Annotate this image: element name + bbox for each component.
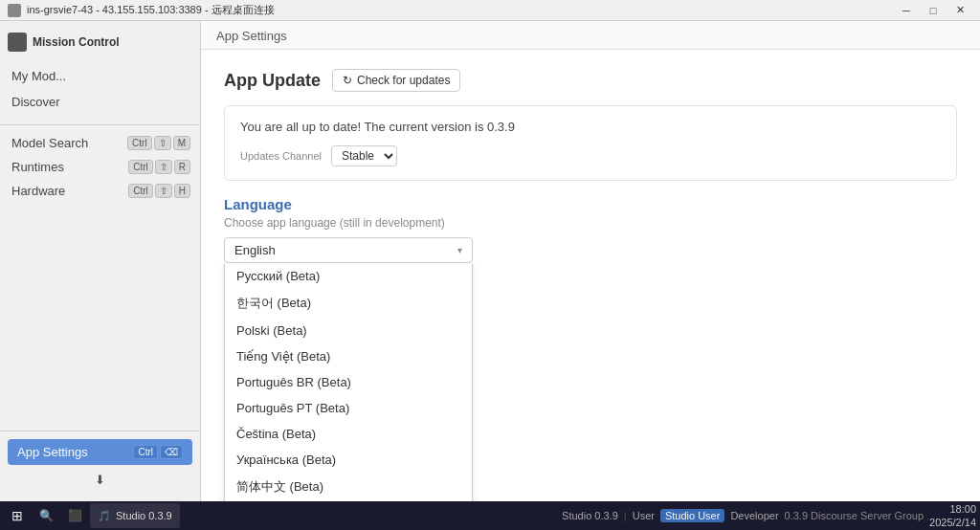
status-separator: |: [624, 510, 627, 521]
app-settings-label: App Settings: [17, 445, 88, 459]
sidebar-app-title: Mission Control: [33, 35, 120, 49]
app-window: Mission Control My Mod... Discover Model…: [0, 21, 980, 501]
language-dropdown-wrapper: English ▾ Русский (Beta) 한국어 (Beta) Pols…: [224, 237, 473, 263]
shortcut-runtimes[interactable]: Runtimes Ctrl ⇧ R: [0, 155, 200, 179]
shortcut-model-search[interactable]: Model Search Ctrl ⇧ M: [0, 131, 200, 155]
shortcut-model-search-keys: Ctrl ⇧ M: [127, 136, 190, 150]
shortcut-runtimes-keys: Ctrl ⇧ R: [128, 160, 190, 174]
lang-option-4[interactable]: Português BR (Beta): [225, 369, 472, 395]
shortcut-hardware-keys: Ctrl ⇧ H: [128, 184, 190, 198]
app-update-title: App Update: [224, 71, 321, 91]
lang-option-7[interactable]: Українська (Beta): [225, 447, 472, 473]
window-controls: ─ □ ✕: [894, 2, 972, 19]
channel-select[interactable]: Stable Beta: [331, 145, 397, 166]
sidebar-item-my-models-label: My Mod...: [11, 69, 66, 83]
language-selected-value: English: [234, 243, 276, 257]
updates-channel-label: Updates Channel: [240, 150, 322, 162]
refresh-icon: ↻: [343, 74, 352, 87]
minimize-button[interactable]: ─: [894, 2, 919, 19]
status-server: 0.3.9 Discourse Server Group: [785, 510, 924, 521]
close-button[interactable]: ✕: [947, 2, 972, 19]
task-view-button[interactable]: ⬛: [61, 503, 88, 528]
maximize-button[interactable]: □: [921, 2, 946, 19]
status-user: User: [633, 510, 655, 521]
kbd-h: H: [174, 184, 190, 198]
taskbar-right: Studio 0.3.9 | User Studio User Develope…: [562, 502, 976, 530]
lang-option-1[interactable]: 한국어 (Beta): [225, 289, 472, 318]
language-subtitle: Choose app language (still in developmen…: [224, 216, 957, 230]
taskbar-app-icon: 🎵: [98, 510, 111, 522]
sidebar-item-discover-label: Discover: [11, 95, 60, 109]
sidebar-nav: My Mod... Discover: [0, 59, 200, 119]
shortcut-hardware-label: Hardware: [11, 184, 65, 198]
lang-option-6[interactable]: Čeština (Beta): [225, 421, 472, 447]
lang-option-8[interactable]: 简体中文 (Beta): [225, 473, 472, 501]
content-header: App Settings: [201, 21, 980, 50]
shortcut-hardware[interactable]: Hardware Ctrl ⇧ H: [0, 179, 200, 203]
shortcut-model-search-label: Model Search: [11, 136, 88, 150]
kbd-m: M: [173, 136, 190, 150]
updates-channel-row: Updates Channel Stable Beta: [240, 145, 941, 166]
kbd-shift: ⇧: [155, 160, 172, 174]
content-header-title: App Settings: [216, 29, 287, 43]
sidebar-footer: ⬇: [8, 465, 192, 494]
user-badge: Studio User: [660, 509, 724, 522]
shortcut-runtimes-label: Runtimes: [11, 160, 64, 174]
title-bar: ins-grsvie7-43 - 43.155.155.103:3389 - 远…: [0, 0, 980, 21]
update-status-box: You are all up to date! The current vers…: [224, 105, 957, 181]
update-status-text: You are all up to date! The current vers…: [240, 120, 941, 134]
clock: 18:00 2025/2/14: [929, 502, 976, 530]
lang-option-5[interactable]: Português PT (Beta): [225, 395, 472, 421]
title-bar-title: ins-grsvie7-43 - 43.155.155.103:3389 - 远…: [27, 3, 275, 17]
kbd-shift: ⇧: [154, 136, 171, 150]
sidebar-bottom: App Settings Ctrl ⌫ ⬇: [0, 431, 200, 501]
kbd-ctrl: Ctrl: [128, 160, 153, 174]
kbd-r: R: [174, 160, 190, 174]
taskbar-app-studio[interactable]: 🎵 Studio 0.3.9: [90, 503, 180, 528]
lang-option-2[interactable]: Polski (Beta): [225, 318, 472, 343]
check-updates-label: Check for updates: [357, 74, 450, 87]
search-button[interactable]: 🔍: [33, 503, 59, 528]
app-update-header-row: App Update ↻ Check for updates: [224, 69, 957, 92]
app-settings-button[interactable]: App Settings Ctrl ⌫: [8, 439, 192, 465]
taskbar: ⊞ 🔍 ⬛ 🎵 Studio 0.3.9 Studio 0.3.9 | User…: [0, 501, 980, 530]
clock-date: 2025/2/14: [929, 516, 976, 529]
lang-option-0[interactable]: Русский (Beta): [225, 263, 472, 289]
kbd-ctrl: Ctrl: [127, 136, 152, 150]
language-dropdown-selected[interactable]: English ▾: [224, 237, 473, 263]
chevron-down-icon: ▾: [457, 245, 462, 255]
main-content: App Settings App Update ↻ Check for upda…: [201, 21, 980, 501]
kbd-shift: ⇧: [155, 184, 172, 198]
clock-time: 18:00: [929, 502, 976, 516]
kbd-backspace: ⌫: [160, 445, 183, 459]
language-title: Language: [224, 196, 957, 212]
taskbar-left: ⊞ 🔍 ⬛ 🎵 Studio 0.3.9: [4, 503, 180, 528]
sidebar-item-my-models[interactable]: My Mod...: [0, 63, 200, 89]
title-bar-info: ins-grsvie7-43 - 43.155.155.103:3389 - 远…: [8, 3, 275, 17]
kbd-ctrl-settings: Ctrl: [133, 445, 158, 459]
title-bar-app-icon: [8, 4, 21, 17]
taskbar-app-label: Studio 0.3.9: [116, 510, 172, 521]
dev-label: Developer: [730, 510, 778, 521]
kbd-ctrl: Ctrl: [128, 184, 153, 198]
settings-shortcut-keys: Ctrl ⌫: [133, 445, 183, 459]
status-version: Studio 0.3.9: [562, 510, 618, 521]
check-updates-button[interactable]: ↻ Check for updates: [332, 69, 460, 92]
sidebar-item-discover[interactable]: Discover: [0, 89, 200, 115]
content-body: App Update ↻ Check for updates You are a…: [201, 50, 980, 501]
language-dropdown-menu[interactable]: Русский (Beta) 한국어 (Beta) Polski (Beta) …: [224, 263, 473, 501]
app-icon: [8, 33, 27, 52]
sidebar-divider: [0, 124, 200, 125]
start-button[interactable]: ⊞: [4, 503, 31, 528]
sidebar-header: Mission Control: [0, 29, 200, 59]
sidebar: Mission Control My Mod... Discover Model…: [0, 21, 201, 501]
lang-option-3[interactable]: Tiếng Việt (Beta): [225, 343, 472, 369]
language-section: Language Choose app language (still in d…: [224, 196, 957, 263]
download-icon[interactable]: ⬇: [90, 469, 111, 490]
